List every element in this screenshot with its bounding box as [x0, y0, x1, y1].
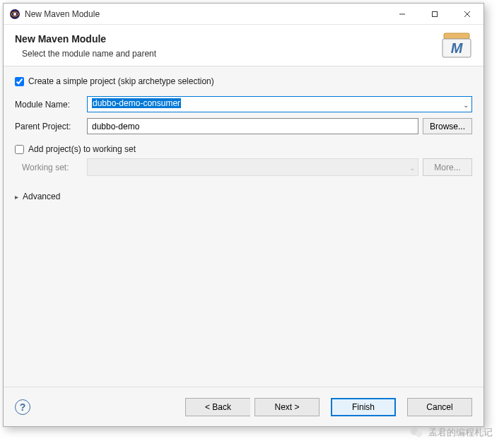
working-set-label: Working set:: [22, 163, 83, 172]
svg-text:M: M: [451, 40, 464, 56]
dialog-window: New Maven Module New Maven Module Select…: [3, 3, 484, 427]
working-set-row: Add project(s) to working set: [15, 144, 472, 154]
titlebar[interactable]: New Maven Module: [4, 4, 484, 25]
watermark: 孟君的编程札记: [409, 425, 493, 440]
maven-wizard-icon: M: [441, 32, 472, 59]
eclipse-icon: [9, 8, 20, 20]
cancel-button[interactable]: Cancel: [407, 398, 472, 416]
watermark-text: 孟君的编程札记: [428, 426, 493, 439]
add-working-set-label[interactable]: Add project(s) to working set: [28, 144, 136, 154]
working-set-selector-row: Working set: ⌄ More...: [15, 158, 472, 176]
wizard-content: Create a simple project (skip archetype …: [4, 66, 484, 387]
wizard-header: New Maven Module Select the module name …: [4, 25, 484, 66]
help-button[interactable]: ?: [15, 399, 30, 415]
add-working-set-checkbox[interactable]: [15, 145, 24, 154]
parent-project-label: Parent Project:: [15, 122, 83, 131]
simple-project-label[interactable]: Create a simple project (skip archetype …: [28, 76, 214, 86]
finish-button[interactable]: Finish: [331, 398, 396, 416]
maximize-button[interactable]: [418, 4, 451, 24]
svg-point-11: [416, 430, 422, 437]
next-button[interactable]: Next >: [254, 398, 320, 416]
wizard-subtitle: Select the module name and parent: [22, 49, 156, 59]
module-name-label: Module Name:: [15, 100, 83, 110]
advanced-label: Advanced: [23, 192, 60, 201]
module-name-input[interactable]: dubbo-demo-consumer ⌄: [87, 96, 472, 112]
parent-project-input[interactable]: [87, 118, 418, 134]
nav-button-group: < Back Next >: [185, 398, 320, 416]
simple-project-row: Create a simple project (skip archetype …: [15, 76, 472, 86]
parent-project-row: Parent Project: Browse...: [15, 118, 472, 134]
simple-project-checkbox[interactable]: [15, 77, 24, 86]
chevron-down-icon[interactable]: ⌄: [463, 100, 469, 108]
chevron-down-icon: ⌄: [409, 163, 415, 171]
svg-rect-4: [433, 11, 438, 16]
svg-point-2: [13, 13, 16, 16]
close-button[interactable]: [451, 4, 484, 24]
svg-rect-7: [444, 33, 469, 39]
window-title: New Maven Module: [25, 9, 386, 19]
module-name-row: Module Name: dubbo-demo-consumer ⌄: [15, 96, 472, 112]
working-set-combo: ⌄: [87, 158, 418, 176]
advanced-toggle[interactable]: ▸ Advanced: [15, 192, 472, 201]
more-button: More...: [423, 158, 472, 176]
wizard-title: New Maven Module: [15, 33, 156, 45]
window-controls: [386, 4, 484, 24]
browse-button[interactable]: Browse...: [423, 118, 472, 134]
minimize-button[interactable]: [386, 4, 418, 24]
caret-right-icon: ▸: [15, 193, 18, 201]
wizard-footer: ? < Back Next > Finish Cancel: [4, 387, 484, 426]
wechat-icon: [409, 425, 424, 440]
module-name-value: dubbo-demo-consumer: [92, 98, 181, 108]
back-button[interactable]: < Back: [185, 398, 250, 416]
